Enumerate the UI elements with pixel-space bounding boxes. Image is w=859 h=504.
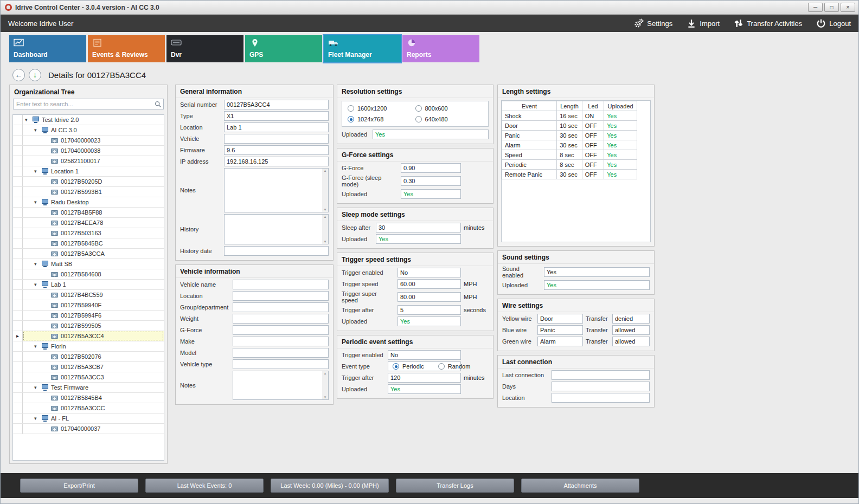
- radio-periodic[interactable]: Periodic: [393, 363, 424, 370]
- tree-row[interactable]: 00127B4EEA78: [13, 218, 164, 228]
- tab-dvr[interactable]: Dvr: [166, 35, 243, 62]
- green-wire-input[interactable]: [537, 337, 583, 346]
- expand-down-button[interactable]: ↓: [29, 69, 41, 81]
- tree-row[interactable]: 017040000023: [13, 135, 164, 146]
- minimize-button[interactable]: ─: [808, 3, 823, 12]
- tree-row[interactable]: 00127B503163: [13, 228, 164, 238]
- history-textarea[interactable]: [224, 214, 329, 244]
- tree-row[interactable]: 00127B584608: [13, 269, 164, 280]
- radio-random[interactable]: Random: [438, 363, 471, 370]
- search-input[interactable]: [13, 99, 164, 109]
- transfer-activities-button[interactable]: Transfer Activities: [734, 18, 802, 28]
- logout-button[interactable]: Logout: [816, 18, 851, 28]
- vehicle-notes-textarea[interactable]: [233, 371, 329, 400]
- table-row[interactable]: Panic30 secOFFYes: [502, 131, 637, 140]
- expander-icon[interactable]: ▾: [34, 128, 41, 133]
- scrollbar[interactable]: ▲▼: [322, 215, 328, 244]
- type-input[interactable]: [224, 111, 329, 121]
- expander-icon[interactable]: ▾: [25, 118, 32, 122]
- expander-icon[interactable]: ▾: [34, 169, 41, 174]
- history-date-input[interactable]: [224, 246, 329, 256]
- last-week-miles-button[interactable]: Last Week: 0.00 (Miles) - 0.00 (MPH): [271, 479, 389, 493]
- transfer-logs-button[interactable]: Transfer Logs: [396, 479, 514, 493]
- table-row[interactable]: Remote Panic30 secOFFYes: [502, 170, 637, 179]
- tab-gps[interactable]: GPS: [245, 35, 322, 62]
- import-button[interactable]: Import: [687, 18, 720, 28]
- maximize-button[interactable]: □: [824, 3, 839, 12]
- vehicle-name-input[interactable]: [233, 280, 329, 289]
- gforce-input[interactable]: [401, 163, 461, 173]
- tree-row[interactable]: ▾Florin: [13, 341, 164, 352]
- tree-row[interactable]: ▾AI CC 3.0: [13, 125, 164, 135]
- close-button[interactable]: ×: [841, 3, 855, 12]
- periodic-trigger-enabled-input[interactable]: [388, 350, 461, 360]
- radio-1600x1200[interactable]: 1600x1200: [348, 105, 415, 112]
- tree-row[interactable]: 00127B5993B1: [13, 187, 164, 197]
- expander-icon[interactable]: ▾: [34, 416, 41, 421]
- vehicle-input[interactable]: [224, 134, 329, 144]
- scrollbar[interactable]: ▲▼: [322, 371, 328, 399]
- tree-row[interactable]: 00127B5A3CC3: [13, 372, 164, 383]
- expander-icon[interactable]: ▾: [34, 385, 41, 390]
- tree-row[interactable]: 00127B5A3CB7: [13, 362, 164, 372]
- tree-row[interactable]: ▾Test Idrive 2.0: [13, 115, 164, 125]
- expander-icon[interactable]: ▾: [34, 262, 41, 267]
- yellow-wire-input[interactable]: [537, 314, 583, 324]
- sound-enabled-input[interactable]: [544, 267, 650, 277]
- table-row[interactable]: Door10 secOFFYes: [502, 121, 637, 131]
- table-row[interactable]: Speed8 secOFFYes: [502, 150, 637, 160]
- tree-row[interactable]: 025821100017: [13, 156, 164, 166]
- expander-icon[interactable]: ▾: [34, 344, 41, 349]
- tree-row[interactable]: 017040000038: [13, 146, 164, 156]
- trigger-after-input[interactable]: [398, 305, 461, 315]
- tree-row-selected[interactable]: ►00127B5A3CC4: [13, 331, 164, 341]
- table-row[interactable]: Alarm30 secOFFYes: [502, 140, 637, 150]
- tree-row[interactable]: ▾AI - FL: [13, 413, 164, 424]
- make-input[interactable]: [233, 337, 329, 346]
- tree-row[interactable]: 00127B5A3CCA: [13, 249, 164, 259]
- scrollbar[interactable]: ▲▼: [322, 169, 328, 212]
- tree-row[interactable]: ▾Location 1: [13, 166, 164, 177]
- attachments-button[interactable]: Attachments: [521, 479, 639, 493]
- ip-address-input[interactable]: [224, 157, 329, 166]
- tab-dashboard[interactable]: Dashboard: [9, 35, 86, 62]
- expander-icon[interactable]: ▾: [34, 200, 41, 205]
- tree-row[interactable]: ▾Radu Desktop: [13, 197, 164, 208]
- settings-button[interactable]: Settings: [634, 18, 672, 28]
- table-row[interactable]: Shock16 secONYes: [502, 111, 637, 121]
- tree-row[interactable]: 00127B4B5F88: [13, 208, 164, 218]
- tree-row[interactable]: ▾Lab 1: [13, 280, 164, 290]
- radio-640x480[interactable]: 640x480: [415, 116, 483, 122]
- tree-row[interactable]: 00127B50205D: [13, 177, 164, 187]
- tree-row[interactable]: 00127B5845B4: [13, 393, 164, 403]
- tree-row[interactable]: ▾Test Firmware: [13, 383, 164, 393]
- yellow-wire-transfer-input[interactable]: [612, 314, 650, 324]
- tab-reports[interactable]: Reports: [402, 35, 479, 62]
- model-input[interactable]: [233, 348, 329, 358]
- weight-input[interactable]: [233, 314, 329, 324]
- tree-row[interactable]: 017040000037: [13, 424, 164, 434]
- blue-wire-input[interactable]: [537, 325, 583, 335]
- tree-row[interactable]: 00127B59940F: [13, 300, 164, 311]
- firmware-input[interactable]: [224, 145, 329, 155]
- location-input[interactable]: [224, 122, 329, 132]
- tab-fleet-manager[interactable]: Fleet Manager: [324, 35, 401, 62]
- tree-row[interactable]: 00127B599505: [13, 321, 164, 331]
- blue-wire-transfer-input[interactable]: [612, 325, 650, 335]
- tree-row[interactable]: 00127B502076: [13, 352, 164, 362]
- trigger-speed-input[interactable]: [398, 279, 461, 289]
- notes-textarea[interactable]: [224, 168, 329, 212]
- radio-800x600[interactable]: 800x600: [415, 105, 483, 112]
- group-department-input[interactable]: [233, 302, 329, 312]
- back-button[interactable]: ←: [12, 69, 25, 81]
- radio-1024x768[interactable]: 1024x768: [348, 116, 415, 122]
- serial-number-input[interactable]: [224, 100, 329, 109]
- periodic-trigger-after-input[interactable]: [388, 373, 461, 383]
- tree-row[interactable]: 00127B5845BC: [13, 238, 164, 249]
- trigger-super-speed-input[interactable]: [398, 292, 461, 302]
- export-print-button[interactable]: Export/Print: [20, 479, 138, 493]
- vehicle-gforce-input[interactable]: [233, 325, 329, 335]
- tree-row[interactable]: ▾Matt SB: [13, 259, 164, 269]
- tree-row[interactable]: 00127B5994F6: [13, 311, 164, 321]
- green-wire-transfer-input[interactable]: [612, 337, 650, 346]
